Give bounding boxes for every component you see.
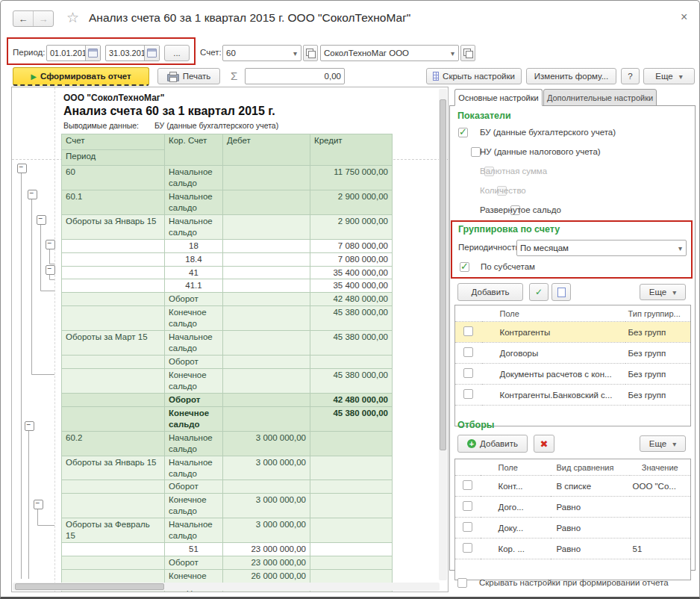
cell-corr[interactable]: Начальное сальдо (165, 190, 223, 214)
change-form-button[interactable]: Изменить форму... (526, 68, 616, 84)
cell-debit[interactable] (223, 279, 310, 293)
row-checkbox[interactable] (463, 522, 472, 532)
cell-corr[interactable]: Оборот (165, 556, 223, 570)
cell-debit[interactable]: 3 000 000,00 (223, 456, 310, 480)
cell-credit[interactable]: 2 900 000,00 (310, 190, 393, 214)
cell-account[interactable] (62, 480, 165, 494)
generate-report-button[interactable]: ▶ Сформировать отчет (13, 67, 149, 86)
calendar-button[interactable] (144, 46, 159, 60)
report-vertical-scrollbar[interactable] (439, 89, 447, 580)
cell-account[interactable] (62, 494, 165, 518)
scrollbar-thumb[interactable] (440, 99, 446, 450)
cell-field[interactable]: Дого... (481, 497, 551, 518)
cell-debit[interactable]: 3 000 000,00 (223, 431, 310, 456)
cell-account[interactable]: Обороты за Январь 15 (62, 456, 165, 480)
cell-value[interactable]: ООО "Со... (630, 476, 691, 497)
report-horizontal-scrollbar[interactable] (13, 583, 440, 591)
back-button[interactable]: ← (13, 11, 34, 26)
toolbar-more-button[interactable]: Еще ▾ (643, 68, 695, 84)
period-options-button[interactable]: ... (164, 45, 190, 61)
cell-debit[interactable] (223, 306, 310, 331)
row-checkbox[interactable] (463, 501, 472, 511)
cell-credit[interactable]: 35 400 000,00 (310, 279, 393, 293)
cell-debit[interactable] (223, 239, 310, 252)
cell-credit[interactable] (310, 431, 393, 456)
scrollbar-thumb[interactable] (15, 583, 164, 590)
cell-value[interactable] (630, 518, 691, 539)
tree-expander[interactable] (25, 421, 34, 431)
organization-combo[interactable]: СоколТехноМаг ООО ▾ (320, 45, 459, 61)
row-checkbox[interactable] (463, 347, 473, 357)
account-open-button[interactable] (303, 45, 318, 61)
cell-field[interactable]: Документы расчетов с кон... (482, 364, 625, 385)
cell-credit[interactable] (310, 456, 393, 480)
cell-credit[interactable]: 7 080 000,00 (310, 252, 393, 266)
cell-debit[interactable]: 23 000 000,00 (223, 543, 310, 556)
cell-account[interactable] (62, 556, 165, 570)
cell-corr[interactable]: Начальное сальдо (165, 431, 223, 456)
cell-credit[interactable]: 42 480 000,00 (310, 393, 393, 406)
checkbox-bu-label[interactable]: БУ (данные бухгалтерского учета) (480, 128, 616, 137)
check-all-button[interactable]: ✓ (529, 283, 549, 301)
cell-field[interactable]: Контрагенты.Банковский с... (482, 385, 625, 406)
uncheck-all-button[interactable] (551, 283, 571, 301)
cell-debit[interactable] (223, 166, 310, 190)
cell-debit[interactable] (223, 406, 310, 431)
tree-expander[interactable] (17, 164, 27, 173)
checkbox-bu[interactable] (458, 128, 468, 137)
cell-account[interactable] (62, 406, 165, 431)
cell-type[interactable]: Без групп (625, 322, 691, 343)
cell-debit[interactable] (223, 331, 310, 356)
cell-debit[interactable] (223, 356, 310, 369)
cell-account[interactable]: 60.2 (62, 431, 165, 456)
selections-add-button[interactable]: + Добавить (457, 435, 528, 453)
cell-comparison[interactable]: Равно (551, 518, 630, 539)
checkbox-expanded-balance-label[interactable]: Развернутое сальдо (480, 205, 561, 214)
sum-field[interactable]: 0,00 (245, 68, 345, 84)
cell-corr[interactable]: Начальное сальдо (165, 331, 223, 356)
account-combo[interactable]: 60 ▾ (222, 45, 301, 61)
cell-corr[interactable]: Конечное сальдо (165, 406, 223, 431)
favorite-star-icon[interactable]: ☆ (66, 9, 79, 26)
cell-credit[interactable]: 7 080 000,00 (310, 239, 393, 252)
cell-account[interactable] (62, 306, 165, 331)
cell-credit[interactable]: 42 480 000,00 (310, 293, 393, 306)
cell-account[interactable] (62, 239, 165, 252)
cell-corr[interactable]: Начальное сальдо (165, 456, 223, 480)
cell-debit[interactable] (223, 293, 310, 306)
tree-expander[interactable] (37, 215, 46, 225)
cell-account[interactable]: 60 (62, 166, 165, 190)
cell-corr[interactable]: Начальное сальдо (165, 166, 223, 190)
cell-debit[interactable]: 23 000 000,00 (223, 556, 310, 570)
grouping-more-button[interactable]: Еще ▾ (640, 284, 686, 300)
cell-account[interactable] (62, 293, 165, 306)
cell-corr[interactable]: Оборот (165, 480, 223, 494)
cell-account[interactable]: Обороты за Январь 15 (62, 214, 165, 239)
cell-credit[interactable]: 45 380 000,00 (310, 406, 393, 431)
row-checkbox[interactable] (463, 326, 473, 336)
cell-corr[interactable]: Начальное сальдо (165, 214, 223, 239)
cell-credit[interactable] (310, 494, 393, 518)
row-checkbox[interactable] (463, 368, 473, 378)
row-checkbox[interactable] (463, 480, 472, 490)
cell-field[interactable]: Доку... (481, 518, 551, 539)
cell-corr[interactable]: Оборот (165, 393, 223, 406)
cell-credit[interactable]: 45 380 000,00 (310, 331, 393, 356)
cell-corr[interactable]: Конечное сальдо (165, 494, 223, 518)
cell-debit[interactable] (223, 393, 310, 406)
cell-debit[interactable] (223, 190, 310, 214)
tree-expander[interactable] (34, 500, 43, 509)
cell-debit[interactable] (223, 214, 310, 239)
cell-debit[interactable] (223, 480, 310, 494)
calendar-button[interactable] (85, 46, 100, 60)
tree-expander[interactable] (46, 240, 55, 249)
cell-account[interactable]: 60.1 (62, 190, 165, 214)
date-to-field[interactable]: 31.03.2015 (105, 45, 160, 61)
cell-account[interactable] (62, 252, 165, 266)
cell-corr[interactable]: Конечное сальдо (165, 306, 223, 331)
tree-expander[interactable] (28, 190, 37, 199)
cell-corr[interactable]: 51 (165, 543, 223, 556)
cell-account[interactable] (62, 279, 165, 293)
cell-comparison[interactable]: Равно (551, 497, 630, 518)
organization-open-button[interactable] (460, 45, 475, 61)
